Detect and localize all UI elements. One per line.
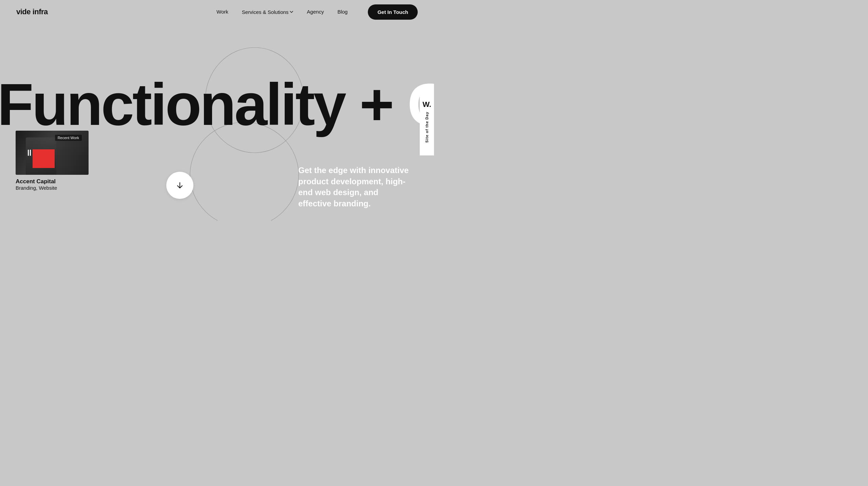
site-of-day-letter: W. [422, 100, 431, 109]
nav-link-work[interactable]: Work [216, 9, 228, 15]
nav-link-services[interactable]: Services & Solutions [242, 9, 294, 15]
recent-work-label: Recent Work [55, 135, 82, 141]
play-indicator [28, 150, 31, 156]
thumbnail-red-overlay [33, 149, 55, 168]
hero-headline: Functionality + Creativity [0, 75, 434, 134]
nav-links: Work Services & Solutions Agency Blog [216, 9, 347, 15]
work-project-tags: Branding, Website [16, 185, 89, 191]
nav-link-agency[interactable]: Agency [307, 9, 324, 15]
right-description: Get the edge with innovative product dev… [298, 165, 414, 209]
nav-item-services[interactable]: Services & Solutions [242, 9, 294, 15]
recent-work-card[interactable]: Recent Work Accent Capital Branding, Web… [16, 131, 89, 191]
nav-item-blog[interactable]: Blog [337, 9, 347, 15]
scroll-down-button[interactable] [166, 172, 193, 199]
work-project-name: Accent Capital [16, 178, 89, 185]
nav-item-agency[interactable]: Agency [307, 9, 324, 15]
work-caption: Accent Capital Branding, Website [16, 178, 89, 191]
hero-functionality: Functionality + [0, 71, 407, 137]
site-of-day-badge[interactable]: W. Site of the Day [420, 88, 434, 155]
nav-link-blog[interactable]: Blog [337, 9, 347, 15]
logo[interactable]: vide infra [16, 7, 48, 16]
nav-item-work[interactable]: Work [216, 9, 228, 15]
get-in-touch-button[interactable]: Get In Touch [368, 4, 418, 20]
work-thumbnail[interactable]: Recent Work [16, 131, 89, 175]
chevron-down-icon [290, 11, 293, 13]
arrow-down-icon [176, 182, 184, 189]
navigation: vide infra Work Services & Solutions Age… [0, 0, 434, 24]
site-of-day-text: Site of the Day [425, 112, 429, 143]
description-text: Get the edge with innovative product dev… [298, 165, 414, 209]
